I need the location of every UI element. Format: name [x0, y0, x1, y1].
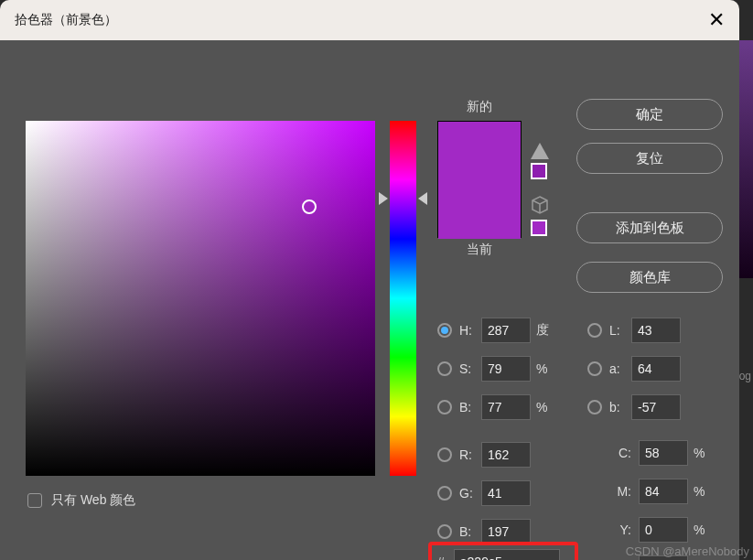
- green-label: G:: [459, 486, 481, 501]
- brightness-unit: %: [536, 400, 560, 415]
- y-row: Y: %: [606, 511, 717, 549]
- brightness-label: B:: [459, 400, 481, 415]
- reset-button[interactable]: 复位: [576, 143, 723, 174]
- l-row: L:: [587, 311, 681, 350]
- hue-arrow-left-icon[interactable]: [379, 192, 388, 205]
- y-input[interactable]: [639, 517, 688, 543]
- cmyk-fields: C: % M: % Y: % K: %: [606, 434, 717, 560]
- y-unit: %: [694, 522, 717, 537]
- hex-hash-label: #: [437, 555, 445, 560]
- green-radio[interactable]: [437, 486, 452, 501]
- web-safe-warning-icon[interactable]: [531, 196, 549, 214]
- l-label: L:: [609, 323, 631, 338]
- saturation-label: S:: [459, 361, 481, 376]
- dialog-content: 新的 当前 确定 复位 添加到色板 颜色库 H: 度: [0, 40, 739, 81]
- saturation-row: S: %: [437, 350, 560, 388]
- new-color-swatch[interactable]: [438, 122, 521, 180]
- lab-b-radio[interactable]: [587, 400, 602, 415]
- lab-b-input[interactable]: [631, 394, 681, 420]
- current-color-swatch[interactable]: [438, 180, 521, 239]
- c-input[interactable]: [639, 440, 688, 466]
- web-safe-swatch[interactable]: [531, 220, 547, 236]
- c-label: C:: [606, 446, 631, 460]
- web-only-label: 只有 Web 颜色: [51, 492, 135, 509]
- blue-row: B:: [437, 512, 560, 551]
- add-to-swatches-button[interactable]: 添加到色板: [576, 212, 723, 243]
- lab-b-row: b:: [587, 388, 681, 426]
- c-row: C: %: [606, 434, 717, 472]
- a-input[interactable]: [631, 356, 681, 382]
- saturation-input[interactable]: [481, 356, 531, 382]
- a-radio[interactable]: [587, 361, 602, 376]
- blue-label: B:: [459, 524, 481, 539]
- hue-slider[interactable]: [390, 121, 416, 476]
- green-row: G:: [437, 474, 560, 512]
- red-input[interactable]: [481, 442, 531, 468]
- web-only-checkbox[interactable]: [27, 493, 42, 508]
- hue-radio[interactable]: [437, 323, 452, 338]
- hex-row: #: [437, 549, 560, 560]
- hue-row: H: 度: [437, 311, 560, 350]
- m-unit: %: [694, 484, 717, 499]
- hue-arrow-right-icon[interactable]: [418, 192, 427, 205]
- m-input[interactable]: [639, 479, 688, 504]
- a-label: a:: [609, 361, 631, 376]
- blue-radio[interactable]: [437, 524, 452, 539]
- red-row: R:: [437, 436, 560, 474]
- current-color-label: 当前: [437, 242, 522, 258]
- color-swatch: [437, 121, 522, 238]
- a-row: a:: [587, 350, 681, 388]
- gamut-warning-swatch[interactable]: [531, 163, 547, 179]
- brightness-row: B: %: [437, 388, 560, 426]
- hex-input[interactable]: [454, 549, 560, 560]
- l-input[interactable]: [631, 318, 681, 343]
- hue-unit: 度: [536, 322, 560, 339]
- color-libraries-button[interactable]: 颜色库: [576, 262, 723, 293]
- green-input[interactable]: [481, 480, 531, 506]
- new-color-label: 新的: [437, 99, 522, 115]
- blue-input[interactable]: [481, 519, 531, 544]
- ok-button[interactable]: 确定: [576, 99, 723, 130]
- lab-b-label: b:: [609, 400, 631, 415]
- y-label: Y:: [606, 522, 631, 537]
- background-text: og: [739, 370, 751, 382]
- button-column: 确定 复位 添加到色板 颜色库: [576, 99, 723, 306]
- color-picker-dialog: 拾色器（前景色） ✕ 新的 当前 确定 复位 添加到色板: [0, 0, 739, 560]
- hue-input[interactable]: [481, 318, 531, 343]
- hsb-rgb-fields: H: 度 S: % B: % R:: [437, 311, 560, 551]
- sv-cursor[interactable]: [302, 199, 317, 214]
- dialog-title: 拾色器（前景色）: [15, 12, 117, 28]
- hue-label: H:: [459, 323, 481, 338]
- m-label: M:: [606, 484, 631, 499]
- titlebar[interactable]: 拾色器（前景色） ✕: [0, 0, 739, 40]
- close-button[interactable]: ✕: [708, 8, 725, 32]
- gamut-warning-icon[interactable]: [531, 143, 549, 159]
- watermark: CSDN @aMereNobody: [626, 544, 749, 558]
- brightness-radio[interactable]: [437, 400, 452, 415]
- m-row: M: %: [606, 472, 717, 511]
- saturation-radio[interactable]: [437, 361, 452, 376]
- red-radio[interactable]: [437, 447, 452, 462]
- c-unit: %: [694, 446, 717, 460]
- brightness-input[interactable]: [481, 394, 531, 420]
- color-swatch-area: 新的 当前: [437, 99, 522, 258]
- saturation-value-panel[interactable]: [26, 121, 375, 476]
- lab-fields: L: a: b:: [587, 311, 681, 426]
- l-radio[interactable]: [587, 323, 602, 338]
- saturation-unit: %: [536, 361, 560, 376]
- background-strip: [739, 40, 753, 278]
- web-only-row: 只有 Web 颜色: [27, 492, 135, 509]
- red-label: R:: [459, 447, 481, 462]
